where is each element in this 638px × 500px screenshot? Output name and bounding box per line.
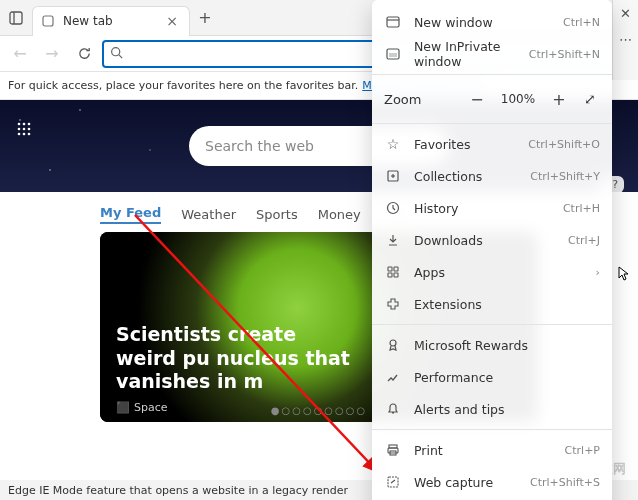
- menu-separator: [372, 123, 612, 124]
- svg-point-11: [18, 133, 21, 136]
- menu-alerts[interactable]: Alerts and tips: [372, 393, 612, 425]
- svg-rect-24: [394, 267, 398, 271]
- print-icon: [384, 443, 402, 457]
- capture-icon: [384, 475, 402, 489]
- apps-grid-icon[interactable]: [16, 120, 32, 141]
- card-headline: Scientists create weird pu nucleus that …: [116, 323, 356, 394]
- collections-icon: [384, 169, 402, 183]
- star-icon: ☆: [384, 136, 402, 152]
- svg-point-9: [23, 128, 26, 131]
- new-tab-button[interactable]: +: [190, 8, 220, 27]
- menu-print[interactable]: Print Ctrl+P: [372, 434, 612, 466]
- svg-point-5: [18, 123, 21, 126]
- source-icon: ⬛: [116, 401, 130, 414]
- zoom-out-button[interactable]: −: [464, 86, 490, 112]
- svg-point-8: [18, 128, 21, 131]
- menu-new-window[interactable]: New window Ctrl+N: [372, 6, 612, 38]
- svg-rect-18: [389, 53, 397, 57]
- search-placeholder: Search the web: [205, 138, 314, 154]
- tab-actions-icon[interactable]: [0, 11, 32, 25]
- favorites-bar-text: For quick access, place your favorites h…: [8, 79, 358, 92]
- zoom-in-button[interactable]: +: [546, 86, 572, 112]
- window-icon: [384, 15, 402, 29]
- tab-my-feed[interactable]: My Feed: [100, 205, 161, 224]
- tab-title: New tab: [63, 14, 163, 28]
- menu-separator: [372, 429, 612, 430]
- svg-rect-2: [43, 16, 53, 26]
- svg-point-27: [390, 340, 396, 346]
- window-close-icon[interactable]: ✕: [613, 0, 639, 26]
- svg-point-10: [28, 128, 31, 131]
- menu-apps[interactable]: Apps ›: [372, 256, 612, 288]
- menu-zoom: Zoom − 100% + ⤢: [372, 79, 612, 119]
- bell-icon: [384, 402, 402, 416]
- menu-favorites[interactable]: ☆ Favorites Ctrl+Shift+O: [372, 128, 612, 160]
- apps-icon: [384, 265, 402, 279]
- carousel-dots[interactable]: ●○○○○○○○○: [271, 405, 368, 416]
- forward-button[interactable]: →: [38, 40, 66, 68]
- svg-line-4: [119, 55, 122, 58]
- chevron-right-icon: ›: [596, 266, 600, 279]
- more-icon[interactable]: ⋯: [613, 26, 639, 52]
- zoom-label: Zoom: [384, 92, 456, 107]
- svg-point-3: [112, 48, 120, 56]
- card-source: ⬛ Space: [116, 401, 168, 414]
- search-icon: [110, 44, 123, 63]
- browser-tab[interactable]: New tab ×: [32, 6, 190, 36]
- refresh-button[interactable]: [70, 40, 98, 68]
- svg-rect-25: [388, 273, 392, 277]
- svg-rect-23: [388, 267, 392, 271]
- menu-separator: [372, 324, 612, 325]
- svg-point-12: [23, 133, 26, 136]
- menu-performance[interactable]: Performance: [372, 361, 612, 393]
- download-icon: [384, 233, 402, 247]
- zoom-value: 100%: [498, 92, 538, 106]
- app-menu: New window Ctrl+N New InPrivate window C…: [372, 0, 612, 500]
- cursor-icon: [618, 266, 630, 285]
- svg-point-7: [28, 123, 31, 126]
- tab-weather[interactable]: Weather: [181, 207, 236, 222]
- svg-rect-26: [394, 273, 398, 277]
- menu-microsoft-rewards[interactable]: Microsoft Rewards: [372, 329, 612, 361]
- window-controls: ✕ ⋯: [612, 0, 638, 80]
- svg-rect-15: [387, 17, 399, 27]
- history-icon: [384, 201, 402, 215]
- inprivate-icon: [384, 47, 402, 61]
- performance-icon: [384, 370, 402, 384]
- menu-web-capture[interactable]: Web capture Ctrl+Shift+S: [372, 466, 612, 498]
- menu-separator: [372, 74, 612, 75]
- rewards-icon: [384, 338, 402, 352]
- svg-point-13: [28, 133, 31, 136]
- tab-sports[interactable]: Sports: [256, 207, 298, 222]
- menu-downloads[interactable]: Downloads Ctrl+J: [372, 224, 612, 256]
- svg-rect-0: [10, 12, 22, 24]
- tab-money[interactable]: Money: [318, 207, 361, 222]
- menu-history[interactable]: History Ctrl+H: [372, 192, 612, 224]
- menu-new-inprivate[interactable]: New InPrivate window Ctrl+Shift+N: [372, 38, 612, 70]
- svg-point-6: [23, 123, 26, 126]
- menu-collections[interactable]: Collections Ctrl+Shift+Y: [372, 160, 612, 192]
- close-icon[interactable]: ×: [163, 13, 181, 29]
- extensions-icon: [384, 297, 402, 311]
- menu-extensions[interactable]: Extensions: [372, 288, 612, 320]
- back-button[interactable]: ←: [6, 40, 34, 68]
- fullscreen-icon[interactable]: ⤢: [580, 91, 600, 107]
- new-tab-icon: [41, 13, 57, 29]
